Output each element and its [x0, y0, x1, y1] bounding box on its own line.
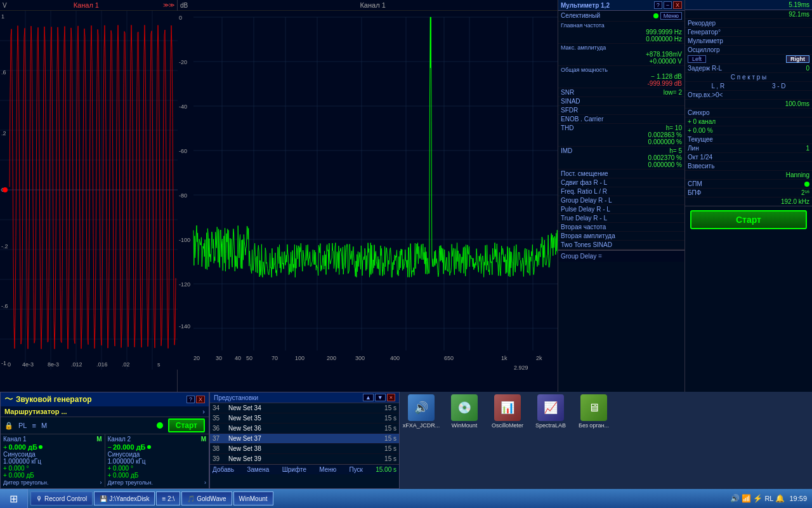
presets-scroll-up[interactable]: ▲: [363, 394, 374, 401]
imd-label: IMD: [561, 147, 572, 154]
taskbar-goldwave-label: GoldWave: [197, 495, 226, 502]
presets-close[interactable]: ×: [387, 394, 395, 401]
svg-text:0: 0: [179, 15, 182, 21]
spectrum-chart: 0 -20 -40 -60 -80 -100 -120 -140 20 30 4…: [178, 11, 558, 376]
presets-font[interactable]: Шрифте: [282, 466, 306, 473]
gen-icon-menu: ≡: [32, 422, 36, 429]
ch1-freq: 1.000000 кГц: [3, 458, 102, 465]
osc-marker: ≫≫: [163, 2, 174, 8]
multimeter-nav-label[interactable]: Мультиметр: [688, 37, 723, 44]
route-label[interactable]: Маршрутизатор ...: [4, 408, 67, 415]
svg-text:-120: -120: [179, 281, 190, 288]
freq-main-value: 999.9999 Hz: [561, 29, 682, 36]
spm-label: СПМ: [688, 180, 702, 187]
right-button[interactable]: Right: [786, 55, 809, 63]
group-delay-label: Group Delay R - L: [561, 197, 612, 204]
svg-text:2.929: 2.929: [514, 364, 528, 371]
ch2-offset: + 0.000 дБ: [108, 472, 207, 479]
snr-value: low= 2: [664, 89, 682, 96]
taskbar-item-goldwave[interactable]: 🎵GoldWave: [181, 491, 232, 505]
app-icon-oscillometer[interactable]: 📊 OscilloMeter: [488, 394, 527, 429]
spectrum-panel: dB Канал 1: [178, 0, 558, 392]
ch1-mode: M: [96, 436, 102, 443]
svg-text:-.6: -.6: [1, 303, 8, 309]
sync-channel: + 0 канал: [688, 118, 716, 125]
total-power-label: Общая мощность: [561, 67, 682, 73]
svg-text:.012: .012: [71, 361, 82, 368]
group-delay-eq: Group Delay =: [561, 253, 602, 260]
max-amp-label: Макс. амплитуда: [561, 44, 682, 51]
preset-row[interactable]: 36New Set 3615 s: [210, 424, 399, 434]
total-power-value: − 1.128 dB: [561, 73, 682, 80]
osc-y-unit: V: [3, 2, 7, 9]
recorder-label[interactable]: Рекордер: [688, 20, 716, 27]
ch2-dither[interactable]: Дитер треугольн.: [108, 479, 154, 486]
presets-title: Предустановки: [214, 394, 258, 401]
preset-row[interactable]: 35New Set 3515 s: [210, 413, 399, 424]
generator-label[interactable]: Генератор°: [688, 29, 721, 36]
presets-menu[interactable]: Меню: [319, 466, 336, 473]
app-icon-spectralab[interactable]: 📈 SpectraLAB: [532, 394, 570, 429]
svg-text:40: 40: [235, 355, 241, 361]
generator-help[interactable]: ?: [187, 396, 195, 403]
spectra-3d[interactable]: 3 - D: [772, 83, 786, 90]
preset-row[interactable]: 39New Set 3915 s: [210, 454, 399, 464]
total-power-value2: -999.999 dB: [561, 80, 682, 87]
desktop-app-icons: 🔊 xFXA_JCDR... 💿 WinMount 📊 OscilloMeter…: [402, 394, 809, 429]
app-icon-winmount[interactable]: 💿 WinMount: [445, 394, 483, 429]
taskbar-item-record[interactable]: 🎙Record Control: [30, 491, 93, 505]
tray-icon4: RL: [764, 495, 773, 502]
svg-text:300: 300: [355, 355, 365, 361]
ch2-dither-arrow: ›: [204, 479, 206, 486]
start-button-taskbar[interactable]: ⊞: [0, 489, 28, 508]
app-icon-xfxa[interactable]: 🔊 xFXA_JCDR...: [402, 394, 440, 429]
spectra-label: С п е к т р ы: [731, 74, 767, 81]
multimeter-help[interactable]: ?: [654, 1, 662, 9]
oct-label[interactable]: Окт 1/24: [688, 154, 712, 161]
ch2-db: 20.000 дБ: [113, 443, 146, 451]
thd-label: THD: [561, 124, 574, 131]
oscilloscope-nav-label[interactable]: Осциллогр: [688, 46, 720, 53]
open-label: Откр.вх.>0<: [688, 91, 723, 98]
generator-close[interactable]: X: [196, 396, 205, 403]
svg-text:-80: -80: [179, 192, 187, 199]
pulse-delay-label: Pulse Delay R - L: [561, 206, 610, 213]
ch1-dither[interactable]: Дитер треугольн.: [3, 479, 49, 486]
multimeter-close[interactable]: X: [673, 1, 682, 9]
imd-pct2: 0.000000 %: [561, 161, 682, 168]
presets-scroll-down[interactable]: ▼: [375, 394, 386, 401]
left-button[interactable]: Left: [688, 55, 706, 63]
multimeter-minimize[interactable]: −: [664, 1, 672, 9]
oscilloscope-chart: 1 .6 .2 0 -.2 -.6 -1 0 4e-3 8e-3 .012 .0…: [0, 11, 178, 370]
oscilloscope-panel: V Канал 1 ≫≫: [0, 0, 178, 392]
svg-text:400: 400: [390, 355, 400, 361]
ch2-phase: + 0.000 °: [108, 465, 207, 472]
ch2-mode: M: [201, 436, 206, 443]
taskbar-item-yandex[interactable]: 💾J:\YandexDisk: [94, 491, 155, 505]
sync-pct: + 0.00 %: [688, 127, 713, 134]
preset-row[interactable]: 38New Set 3815 s: [210, 444, 399, 454]
multimeter-panel: Мультиметр 1,2 ? − X Селективный Меню: [558, 0, 685, 392]
preset-row[interactable]: 34New Set 3415 s: [210, 403, 399, 413]
tray-time: 19:59: [787, 495, 809, 502]
gen-start-btn[interactable]: Старт: [168, 418, 205, 432]
start-button[interactable]: Старт: [690, 210, 807, 229]
preset-row[interactable]: 37New Set 3715 s: [210, 434, 399, 444]
spm-dot: [804, 182, 809, 187]
svg-text:.6: .6: [1, 69, 6, 76]
taskbar-item-winmount[interactable]: WinMount: [233, 491, 273, 505]
ch1-plus: +: [3, 443, 7, 451]
app-icon-blank[interactable]: 🖥 Без орган...: [575, 394, 613, 429]
presets-replace[interactable]: Замена: [247, 466, 269, 473]
spectra-lr[interactable]: L , R: [711, 83, 724, 90]
taskbar-item-2[interactable]: ≡ 2:\: [156, 491, 180, 505]
ch2-type: Синусоида: [108, 451, 207, 458]
menu-button[interactable]: Меню: [660, 12, 682, 20]
bpf-value: 2¹⁶: [801, 189, 809, 196]
presets-add[interactable]: Добавь: [213, 466, 234, 473]
svg-text:-60: -60: [179, 148, 187, 154]
svg-text:2k: 2k: [536, 355, 542, 361]
app-label-xfxa: xFXA_JCDR...: [403, 422, 440, 429]
second-amp-label: Вторая амплитуда: [561, 232, 615, 239]
presets-start[interactable]: Пуск: [349, 466, 362, 473]
